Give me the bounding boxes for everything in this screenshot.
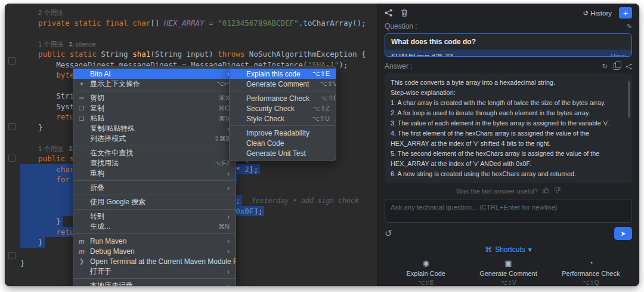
menu-item-label: 剪切 (90, 93, 104, 103)
menu-item-shortcut: ⌥⇧U (312, 115, 330, 122)
question-card: What does this code do? SHAUtil.java #25… (385, 33, 632, 57)
submenu-arrow-icon: › (225, 282, 230, 287)
question-input[interactable] (385, 199, 632, 223)
menu-item-shortcut: ⌘V (219, 115, 230, 122)
menu-item-copy-paste-special[interactable]: 复制/粘贴特殊› (73, 124, 236, 134)
menu-item-local-history[interactable]: 本地历史记录› (73, 281, 236, 286)
regenerate-icon[interactable]: ↻ (602, 62, 608, 70)
gutter-icon[interactable] (8, 155, 16, 162)
answer-line: Step-wise explanation: (391, 88, 627, 98)
shortcut-label: Explain Code (385, 270, 467, 277)
explain-code-icon: ◉ (385, 259, 467, 268)
menu-separator (230, 125, 335, 126)
submenu-arrow-icon: › (225, 268, 230, 276)
menu-item-open-in[interactable]: 打开于› (73, 266, 236, 276)
trash-icon[interactable] (401, 9, 408, 17)
bito-ai-panel: ↺ History + Question : ✎ What does this … (377, 4, 639, 286)
gutter-icon[interactable] (8, 252, 16, 259)
send-button[interactable]: ➤ (614, 227, 632, 240)
menu-item-label: Run Maven (90, 237, 126, 245)
shortcuts-header[interactable]: ⌘ Shortcuts ▾ (385, 245, 632, 254)
menu-item-label: 粘贴 (90, 113, 104, 124)
menu-item-label: Generate Comment (246, 80, 309, 88)
gutter-icon[interactable] (8, 123, 16, 130)
menu-item-paste[interactable]: ❏粘贴⌘V (73, 113, 236, 124)
menu-item-find-in-file[interactable]: 在文件中查找 (73, 148, 236, 158)
menu-item-copy[interactable]: ❐复制⌘C (73, 103, 236, 113)
edit-question-icon[interactable]: ✎ (627, 23, 632, 30)
menu-item-clean-code[interactable]: Clean Code (230, 138, 336, 148)
menu-item-label: 在文件中查找 (90, 148, 133, 158)
menu-separator (74, 278, 235, 279)
answer-line: 1. A char array is created with the leng… (391, 98, 627, 108)
panel-toolbar: ↺ History + (385, 7, 632, 19)
menu-item-label: 列选择模式 (90, 134, 126, 144)
shortcut-explain-code[interactable]: ◉Explain Code⌥⇧E (385, 259, 467, 286)
menu-item-debug-maven[interactable]: mDebug Maven› (73, 246, 236, 256)
menu-item-search-with-google[interactable]: 使用 Google 搜索 (73, 197, 236, 207)
reset-conversation-icon[interactable]: ↺ (385, 228, 392, 239)
menu-item-label: Generate Unit Test (246, 149, 306, 158)
gutter-icon[interactable] (8, 57, 16, 64)
answer-line: 3. The value of each element in the byte… (391, 118, 627, 128)
shortcut-generate-comment[interactable]: ▣Generate Comment⌥⇧V (467, 259, 549, 286)
menu-item-performance-check[interactable]: Performance Check⌥⇧Q (230, 93, 336, 103)
question-label-row: Question : ✎ (385, 22, 632, 30)
menu-item-label: Bito AI (90, 70, 111, 78)
copy-answer-icon[interactable] (614, 63, 620, 70)
menu-item-generate-unit-test[interactable]: Generate Unit Test (230, 148, 336, 158)
bito-ai-submenu: Explain this code⌥⇧EGenerate Comment⌥⇧VP… (229, 66, 336, 161)
shortcut-performance-check[interactable]: ◔Performance Check⌥⇧Q (550, 259, 632, 286)
menu-item-security-check[interactable]: Security Check⌥⇧Z (230, 103, 336, 113)
menu-item-improve-readability[interactable]: Improve Readability (230, 128, 336, 138)
menu-item-go-to[interactable]: 转到› (73, 211, 236, 222)
shortcut-key-hint: ⌥⇧V (467, 279, 549, 286)
menu-item-find-usages[interactable]: 查找用法⌥F7 (73, 158, 236, 168)
menu-separator (74, 209, 235, 210)
paste-icon: ❏ (77, 115, 86, 122)
menu-item-label: 生成... (90, 222, 110, 232)
shortcuts-title: Shortcuts (495, 245, 525, 254)
view-code-link[interactable]: View (611, 53, 626, 57)
intention-bulb-icon: ✦ (77, 81, 86, 87)
menu-item-label: 折叠 (90, 183, 104, 193)
answer-label: Answer : (385, 62, 413, 70)
shortcut-key-hint: ⌥⇧Q (550, 279, 632, 286)
menu-item-shortcut: ⌘N (218, 223, 230, 230)
menu-item-folding[interactable]: 折叠› (73, 183, 236, 193)
question-title: What does this code do? (385, 34, 631, 50)
answer-scrollbar[interactable] (628, 81, 630, 118)
terminal-icon: ❯ (77, 258, 86, 265)
menu-item-run-maven[interactable]: mRun Maven› (73, 236, 236, 246)
answer-card: This code converts a byte array into a h… (385, 73, 632, 183)
menu-item-style-check[interactable]: Style Check⌥⇧U (230, 113, 336, 124)
menu-item-cut[interactable]: ✂剪切⌘X (73, 93, 236, 103)
menu-item-refactor[interactable]: 重构› (73, 168, 236, 179)
history-button[interactable]: ↺ History (583, 9, 612, 17)
menu-item-label: 重构 (90, 168, 104, 179)
paper-plane-icon: ➤ (620, 230, 626, 238)
new-chat-button[interactable]: + (619, 7, 632, 19)
share-answer-icon[interactable] (626, 63, 632, 70)
menu-item-label: Performance Check (246, 94, 309, 103)
menu-item-label: 复制/粘贴特殊 (90, 124, 135, 134)
maven-run-icon: m (77, 238, 86, 245)
context-menu: Bito AI›✦显示上下文操作⌥↵✂剪切⌘X❐复制⌘C❏粘贴⌘V复制/粘贴特殊… (73, 66, 236, 286)
menu-item-column-selection-mode[interactable]: 列选择模式⇧⌘8 (73, 134, 236, 144)
maven-debug-icon: m (77, 248, 86, 255)
share-icon[interactable] (385, 9, 392, 17)
ide-window: 2 个用法 private static final char[] HEX_AR… (5, 4, 639, 286)
menu-item-open-terminal[interactable]: ❯Open Terminal at the Current Maven Modu… (73, 256, 236, 266)
menu-item-generate[interactable]: 生成...⌘N (73, 222, 236, 232)
thumbs-up-icon[interactable] (543, 187, 549, 195)
shortcut-key-hint: ⌥⇧E (385, 279, 467, 286)
menu-item-show-context-actions[interactable]: ✦显示上下文操作⌥↵ (73, 79, 236, 89)
menu-item-explain-this-code[interactable]: Explain this code⌥⇧E (230, 69, 336, 79)
menu-item-generate-comment[interactable]: Generate Comment⌥⇧V (230, 79, 336, 89)
code-line: 1 个用法 silence (20, 39, 377, 50)
author-hint: silence (73, 41, 95, 48)
menu-separator (74, 146, 235, 146)
thumbs-down-icon[interactable] (554, 187, 561, 195)
menu-item-bito-ai[interactable]: Bito AI› (73, 69, 236, 79)
question-file-ref: SHAUtil.java #25-33 (391, 53, 453, 57)
